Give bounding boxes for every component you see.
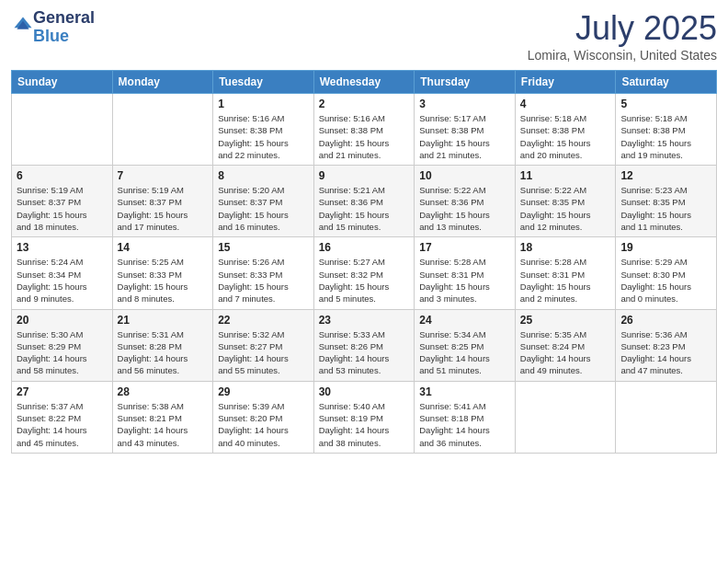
- logo-text: General Blue: [33, 9, 95, 46]
- day-info: Sunrise: 5:38 AM Sunset: 8:21 PM Dayligh…: [118, 400, 209, 449]
- calendar: SundayMondayTuesdayWednesdayThursdayFrid…: [11, 70, 717, 454]
- calendar-cell: 23Sunrise: 5:33 AM Sunset: 8:26 PM Dayli…: [313, 309, 415, 381]
- day-number: 23: [319, 314, 410, 327]
- day-number: 22: [218, 314, 309, 327]
- day-info: Sunrise: 5:32 AM Sunset: 8:27 PM Dayligh…: [218, 328, 309, 377]
- calendar-cell: 27Sunrise: 5:37 AM Sunset: 8:22 PM Dayli…: [12, 381, 113, 453]
- day-number: 14: [118, 241, 209, 254]
- calendar-cell: 7Sunrise: 5:19 AM Sunset: 8:37 PM Daylig…: [112, 166, 213, 237]
- day-number: 9: [319, 169, 410, 182]
- weekday-header: Friday: [515, 71, 616, 94]
- day-info: Sunrise: 5:31 AM Sunset: 8:28 PM Dayligh…: [118, 328, 209, 377]
- day-info: Sunrise: 5:40 AM Sunset: 8:19 PM Dayligh…: [319, 400, 410, 449]
- day-number: 10: [419, 169, 510, 182]
- day-info: Sunrise: 5:27 AM Sunset: 8:32 PM Dayligh…: [319, 256, 410, 304]
- calendar-cell: 12Sunrise: 5:23 AM Sunset: 8:35 PM Dayli…: [616, 166, 717, 237]
- calendar-cell: 2Sunrise: 5:16 AM Sunset: 8:38 PM Daylig…: [313, 94, 415, 166]
- calendar-cell: 28Sunrise: 5:38 AM Sunset: 8:21 PM Dayli…: [112, 381, 213, 453]
- day-info: Sunrise: 5:23 AM Sunset: 8:35 PM Dayligh…: [620, 184, 711, 233]
- day-number: 29: [218, 385, 309, 398]
- calendar-week-row: 20Sunrise: 5:30 AM Sunset: 8:29 PM Dayli…: [12, 309, 717, 381]
- day-number: 26: [620, 314, 711, 327]
- day-info: Sunrise: 5:17 AM Sunset: 8:38 PM Dayligh…: [419, 112, 510, 161]
- day-number: 3: [419, 98, 510, 110]
- day-info: Sunrise: 5:18 AM Sunset: 8:38 PM Dayligh…: [620, 112, 711, 161]
- calendar-cell: 24Sunrise: 5:34 AM Sunset: 8:25 PM Dayli…: [415, 309, 516, 381]
- month-title: July 2025: [528, 9, 717, 48]
- calendar-cell: 14Sunrise: 5:25 AM Sunset: 8:33 PM Dayli…: [112, 237, 213, 309]
- day-info: Sunrise: 5:35 AM Sunset: 8:24 PM Dayligh…: [520, 328, 611, 377]
- day-number: 30: [319, 385, 410, 398]
- logo-general: General: [33, 8, 95, 27]
- weekday-header: Saturday: [616, 71, 717, 94]
- day-info: Sunrise: 5:29 AM Sunset: 8:30 PM Dayligh…: [620, 256, 711, 304]
- calendar-cell: 16Sunrise: 5:27 AM Sunset: 8:32 PM Dayli…: [313, 237, 415, 309]
- calendar-cell: 18Sunrise: 5:28 AM Sunset: 8:31 PM Dayli…: [515, 237, 616, 309]
- calendar-cell: 15Sunrise: 5:26 AM Sunset: 8:33 PM Dayli…: [213, 237, 314, 309]
- logo-icon: [13, 16, 33, 36]
- calendar-cell: 31Sunrise: 5:41 AM Sunset: 8:18 PM Dayli…: [415, 381, 516, 453]
- page-container: General Blue July 2025 Lomira, Wisconsin…: [0, 0, 728, 563]
- day-info: Sunrise: 5:34 AM Sunset: 8:25 PM Dayligh…: [419, 328, 510, 377]
- day-number: 21: [118, 314, 209, 327]
- calendar-cell: 11Sunrise: 5:22 AM Sunset: 8:35 PM Dayli…: [515, 166, 616, 237]
- location: Lomira, Wisconsin, United States: [528, 48, 717, 63]
- day-info: Sunrise: 5:21 AM Sunset: 8:36 PM Dayligh…: [319, 184, 410, 233]
- calendar-cell: 21Sunrise: 5:31 AM Sunset: 8:28 PM Dayli…: [112, 309, 213, 381]
- calendar-cell: 5Sunrise: 5:18 AM Sunset: 8:38 PM Daylig…: [616, 94, 717, 166]
- day-number: 8: [218, 169, 309, 182]
- calendar-cell: 29Sunrise: 5:39 AM Sunset: 8:20 PM Dayli…: [213, 381, 314, 453]
- day-info: Sunrise: 5:39 AM Sunset: 8:20 PM Dayligh…: [218, 400, 309, 449]
- header: General Blue July 2025 Lomira, Wisconsin…: [11, 9, 717, 63]
- calendar-week-row: 6Sunrise: 5:19 AM Sunset: 8:37 PM Daylig…: [12, 166, 717, 237]
- day-info: Sunrise: 5:22 AM Sunset: 8:36 PM Dayligh…: [419, 184, 510, 233]
- day-number: 27: [17, 385, 108, 398]
- day-number: 1: [218, 98, 309, 110]
- day-info: Sunrise: 5:41 AM Sunset: 8:18 PM Dayligh…: [419, 400, 510, 449]
- day-info: Sunrise: 5:28 AM Sunset: 8:31 PM Dayligh…: [520, 256, 611, 304]
- calendar-cell: 20Sunrise: 5:30 AM Sunset: 8:29 PM Dayli…: [12, 309, 113, 381]
- day-info: Sunrise: 5:26 AM Sunset: 8:33 PM Dayligh…: [218, 256, 309, 304]
- day-number: 28: [118, 385, 209, 398]
- day-number: 17: [419, 241, 510, 254]
- day-number: 4: [520, 98, 611, 110]
- day-info: Sunrise: 5:16 AM Sunset: 8:38 PM Dayligh…: [218, 112, 309, 161]
- calendar-cell: 1Sunrise: 5:16 AM Sunset: 8:38 PM Daylig…: [213, 94, 314, 166]
- calendar-cell: 4Sunrise: 5:18 AM Sunset: 8:38 PM Daylig…: [515, 94, 616, 166]
- day-number: 18: [520, 241, 611, 254]
- calendar-cell: 26Sunrise: 5:36 AM Sunset: 8:23 PM Dayli…: [616, 309, 717, 381]
- day-number: 25: [520, 314, 611, 327]
- day-info: Sunrise: 5:28 AM Sunset: 8:31 PM Dayligh…: [419, 256, 510, 304]
- day-info: Sunrise: 5:16 AM Sunset: 8:38 PM Dayligh…: [319, 112, 410, 161]
- day-info: Sunrise: 5:18 AM Sunset: 8:38 PM Dayligh…: [520, 112, 611, 161]
- logo-blue: Blue: [33, 27, 69, 45]
- weekday-header: Wednesday: [313, 71, 415, 94]
- day-info: Sunrise: 5:20 AM Sunset: 8:37 PM Dayligh…: [218, 184, 309, 233]
- day-info: Sunrise: 5:19 AM Sunset: 8:37 PM Dayligh…: [118, 184, 209, 233]
- calendar-cell: 30Sunrise: 5:40 AM Sunset: 8:19 PM Dayli…: [313, 381, 415, 453]
- calendar-cell: 22Sunrise: 5:32 AM Sunset: 8:27 PM Dayli…: [213, 309, 314, 381]
- weekday-header: Monday: [112, 71, 213, 94]
- weekday-row: SundayMondayTuesdayWednesdayThursdayFrid…: [12, 71, 717, 94]
- calendar-cell: [515, 381, 616, 453]
- day-info: Sunrise: 5:25 AM Sunset: 8:33 PM Dayligh…: [118, 256, 209, 304]
- day-info: Sunrise: 5:30 AM Sunset: 8:29 PM Dayligh…: [17, 328, 108, 377]
- day-number: 19: [620, 241, 711, 254]
- logo: General Blue: [11, 9, 95, 46]
- calendar-cell: 13Sunrise: 5:24 AM Sunset: 8:34 PM Dayli…: [12, 237, 113, 309]
- calendar-week-row: 1Sunrise: 5:16 AM Sunset: 8:38 PM Daylig…: [12, 94, 717, 166]
- day-info: Sunrise: 5:37 AM Sunset: 8:22 PM Dayligh…: [17, 400, 108, 449]
- calendar-cell: 8Sunrise: 5:20 AM Sunset: 8:37 PM Daylig…: [213, 166, 314, 237]
- calendar-cell: [12, 94, 113, 166]
- day-info: Sunrise: 5:19 AM Sunset: 8:37 PM Dayligh…: [17, 184, 108, 233]
- calendar-cell: [112, 94, 213, 166]
- day-number: 13: [17, 241, 108, 254]
- calendar-week-row: 27Sunrise: 5:37 AM Sunset: 8:22 PM Dayli…: [12, 381, 717, 453]
- day-number: 24: [419, 314, 510, 327]
- calendar-cell: 19Sunrise: 5:29 AM Sunset: 8:30 PM Dayli…: [616, 237, 717, 309]
- weekday-header: Sunday: [12, 71, 113, 94]
- calendar-cell: 3Sunrise: 5:17 AM Sunset: 8:38 PM Daylig…: [415, 94, 516, 166]
- day-number: 20: [17, 314, 108, 327]
- day-number: 5: [620, 98, 711, 110]
- weekday-header: Tuesday: [213, 71, 314, 94]
